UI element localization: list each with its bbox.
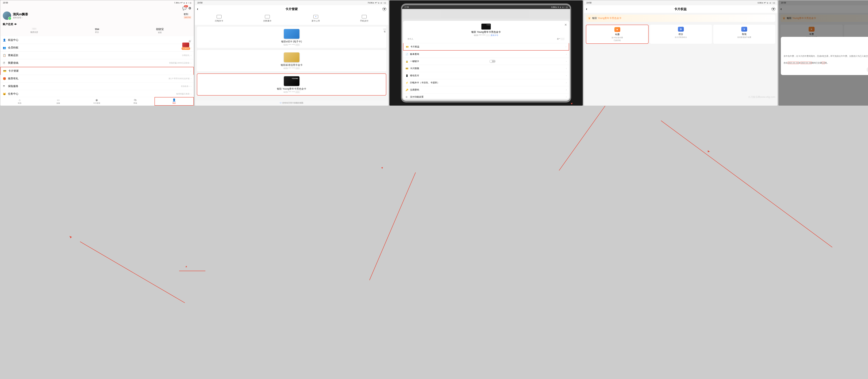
- shield-icon: 🛡: [280, 102, 282, 104]
- menu-item-1[interactable]: 👥会员特权›✕0元抽茅台: [0, 44, 194, 52]
- modal-title: 年费: [784, 49, 868, 53]
- chevron-right-icon: ›: [191, 93, 191, 95]
- quick-action-3[interactable]: 手机支付: [340, 15, 389, 22]
- menu-item-2[interactable]: 📋查账还款分期送礼›: [0, 52, 194, 59]
- chevron-right-icon: ›: [191, 54, 191, 57]
- menu-item-7[interactable]: 🐱任务中心集喵喵赢五粮液›: [0, 90, 194, 98]
- mascot-icon[interactable]: ᵔᴥᵔ: [772, 7, 775, 11]
- eye-icon[interactable]: 👁: [14, 23, 17, 26]
- chevron-right-icon: ›: [566, 67, 567, 70]
- user-subtitle[interactable]: 资料管理 ›: [13, 16, 28, 19]
- status-bar: 19:58 0.5K/s✕ᴴ ⫼ ⫼ ⫶ ◫: [584, 0, 777, 5]
- tab-精选[interactable]: ⌂精选: [0, 97, 39, 106]
- tab-我的[interactable]: 👤我的: [155, 97, 194, 106]
- username: 清风m飘香: [13, 12, 28, 16]
- card-action-6[interactable]: 🔑交易密码›: [403, 86, 569, 93]
- menu-item-0[interactable]: 👤权益中心›: [0, 36, 194, 44]
- svg-line-0: [80, 242, 185, 303]
- card-thumbnail: [482, 24, 491, 30]
- tab-今日发现[interactable]: ◉今日发现: [78, 97, 116, 106]
- back-icon[interactable]: ‹: [197, 7, 198, 11]
- svg-marker-1: [69, 236, 72, 238]
- card-item-0[interactable]: 电子卡银联e招卡 (电子卡)6225 **** **** 0000: [197, 27, 386, 48]
- svg-line-7: [559, 106, 605, 171]
- card-detail-sheet: ✕ 银联 Young青年卡黑色金卡 6225 **** **** 0000 查询…: [403, 21, 569, 99]
- benefit-取现[interactable]: ¥取现首笔取现免手续费: [713, 25, 775, 44]
- status-time: 19:58: [3, 2, 8, 4]
- stat-item[interactable]: ****额度信贷: [3, 28, 66, 34]
- menu-item-4[interactable]: 💳卡片管家›: [0, 67, 194, 75]
- messages-icon[interactable]: 💬99+: [182, 6, 187, 10]
- card-name: 银联 Young青年卡黑色金卡: [405, 31, 567, 34]
- navbar: ‹ 卡片权益 ᵔᴥᵔ: [584, 5, 777, 13]
- crown-icon: ♛: [588, 16, 591, 20]
- navbar: ‹ 卡片管家 ᵔᴥᵔ: [195, 5, 388, 13]
- svg-line-9: [661, 121, 832, 247]
- modal-description: 首年免年费；在卡片的年费周期内，完成6笔交易，即可免除次年年费。次数统计为已入账…: [784, 55, 868, 58]
- tab-金融[interactable]: ▭金融: [39, 97, 78, 106]
- close-icon[interactable]: ✕: [564, 23, 567, 27]
- lock-toggle[interactable]: 锁卡: [489, 60, 496, 63]
- svg-marker-3: [186, 266, 187, 266]
- chevron-right-icon: ›: [566, 53, 567, 55]
- card-action-1[interactable]: 📄账单查询›: [403, 51, 569, 58]
- stat-item[interactable]: 994积分: [66, 28, 128, 34]
- menu-item-6[interactable]: ☂保险服务友抽金条 ››: [0, 83, 194, 90]
- back-icon[interactable]: ‹: [586, 7, 587, 11]
- tab-商城[interactable]: 🛍商城: [116, 97, 155, 106]
- chevron-right-icon: ›: [566, 60, 567, 62]
- screen-card-detail-photo: 17:29 0.8K/s✕ ⫼ ⫼ ⫶ ◫ ✕ 银联 Young青年卡黑色金卡 …: [390, 0, 583, 106]
- screen-annual-fee-modal: 19:59 36.2K/s✕ᴴ ⫼ ⫼ ⫶ ◫ ‹ 卡片权益 ᵔᴥᵔ ♛ 银联 …: [778, 0, 868, 106]
- card-action-0[interactable]: 🎫卡片权益›: [403, 43, 569, 51]
- card-item-2[interactable]: 银联 Young青年卡黑色金卡6225 **** **** 0000: [197, 74, 386, 95]
- svg-marker-4: [186, 266, 187, 267]
- stat-item[interactable]: 朝朝宝财富: [128, 28, 191, 34]
- card-action-3[interactable]: 💳卡片限额›: [403, 65, 569, 72]
- card-item-1[interactable]: 银联标准信用卡金卡6225 **** **** 0000: [197, 50, 386, 71]
- chevron-right-icon: ›: [566, 96, 567, 98]
- status-bar: 17:29 0.8K/s✕ ⫼ ⫼ ⫶ ◫: [402, 5, 570, 9]
- page-title: 卡片管家: [285, 7, 298, 11]
- chevron-right-icon: ›: [566, 89, 567, 91]
- status-bar: 19:58 7.3K/s✕ᴴ ⫼ ⫼ ⫶ ◫: [0, 0, 194, 5]
- svg-marker-10: [708, 150, 710, 152]
- chevron-right-icon: ›: [566, 46, 566, 48]
- menu-item-3[interactable]: ⏱我要借钱查额度赢19999元回馈金›: [0, 59, 194, 67]
- modal-statistics: 您在2021-01-31至2022-01-30期间已交易10笔。: [784, 61, 868, 64]
- screen-profile: 19:58 7.3K/s✕ᴴ ⫼ ⫼ ⫶ ◫ 💬99+ ⚙ 清风m飘香 资料管理…: [0, 0, 194, 106]
- card-action-4[interactable]: 📱移动支付›: [403, 72, 569, 79]
- card-action-7[interactable]: ⚙支付功能设置›: [403, 93, 569, 100]
- benefit-积分[interactable]: ✿积分生日月双倍积分: [650, 25, 712, 44]
- card-action-5[interactable]: ⚡闪电补卡（卡挂失、卡损坏）›: [403, 79, 569, 86]
- query-cardno-link[interactable]: 查询卡号: [491, 34, 498, 36]
- card-banner: ♛ 银联 Young青年卡黑色金卡: [586, 14, 775, 22]
- chevron-right-icon: ›: [191, 62, 191, 64]
- account-overview-title[interactable]: 账户总览 👁: [3, 23, 191, 26]
- menu-item-5[interactable]: 🎁推荐有礼推1户 即享3180元拉杆箱›: [0, 75, 194, 83]
- recharge-button[interactable]: 去充值话费: [867, 67, 868, 72]
- quick-action-0[interactable]: 闪电补卡: [195, 15, 243, 22]
- quick-actions: 闪电补卡办附属卡★新卡上市手机支付: [195, 13, 388, 25]
- svg-line-5: [369, 173, 415, 280]
- svg-marker-6: [381, 167, 383, 169]
- profile-header[interactable]: 清风m飘香 资料管理 › 签到 激励升级: [0, 11, 194, 22]
- tab-bar: ⌂精选▭金融◉今日发现🛍商城👤我的: [0, 97, 194, 106]
- avatar[interactable]: [3, 11, 11, 20]
- card-image: [284, 76, 300, 86]
- screen-card-benefits: 19:58 0.5K/s✕ᴴ ⫼ ⫼ ⫶ ◫ ‹ 卡片权益 ᵔᴥᵔ ♛ 银联 Y…: [584, 0, 777, 106]
- benefit-年费[interactable]: ★年费刷卡6次免年费已刷10笔: [586, 25, 649, 44]
- card-image: [284, 29, 300, 39]
- quick-action-1[interactable]: 办附属卡: [243, 15, 292, 22]
- signin-button[interactable]: 签到 激励升级: [184, 13, 191, 19]
- card-number: 6225 **** **** 0000 查询卡号: [405, 34, 567, 37]
- mascot-icon[interactable]: ᵔᴥᵔ: [382, 7, 386, 11]
- card-image: [284, 53, 300, 62]
- settings-icon[interactable]: ⚙: [188, 6, 191, 10]
- watermark: 小刀娱乐网www.x6g.com: [748, 95, 775, 99]
- chevron-right-icon: ›: [191, 85, 191, 88]
- annual-fee-modal: ✕ ★ 年费 首年免年费；在卡片的年费周期内，完成6笔交易，即可免除次年年费。次…: [781, 37, 868, 75]
- insurance-tip[interactable]: 🛡您有50万用卡保额待领取: [195, 100, 388, 106]
- quick-action-2[interactable]: ★新卡上市: [292, 15, 340, 22]
- card-action-2[interactable]: 🔒一键锁卡锁卡›: [403, 58, 569, 65]
- chevron-right-icon: ›: [191, 78, 191, 80]
